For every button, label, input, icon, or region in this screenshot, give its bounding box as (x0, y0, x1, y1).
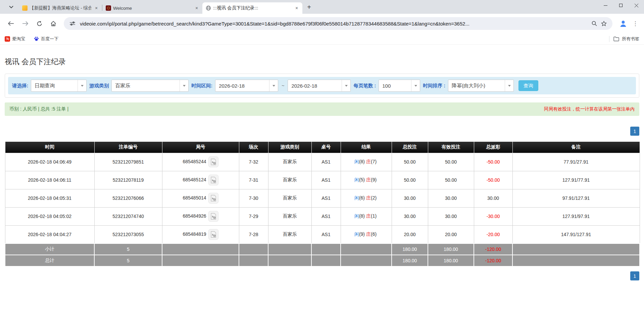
forward-icon[interactable] (19, 18, 31, 29)
page-size-select[interactable]: 100 (379, 80, 420, 92)
time-cell: 2026-02-18 04:04:27 (5, 225, 94, 243)
pagination-bottom: 1 (5, 271, 639, 280)
banker-result: 庄 (366, 195, 371, 201)
video-replay-button[interactable] (208, 211, 218, 222)
select-type-label: 请选择: (12, 83, 28, 89)
maximize-button[interactable] (613, 0, 629, 11)
tab-title: :::视讯 会员下注纪录::: (213, 5, 292, 11)
menu-dots-icon[interactable]: ⋮ (631, 19, 640, 28)
time-cell: 2026-02-18 04:05:31 (5, 189, 94, 207)
tab-welcome[interactable]: Welcome × (102, 2, 202, 14)
date-from-select[interactable]: 2026-02-18 (215, 80, 278, 92)
window-controls (598, 0, 644, 11)
video-replay-button[interactable] (208, 229, 218, 240)
tab-title: Welcome (113, 6, 192, 11)
time-sort-label: 时间排序 : (423, 83, 445, 89)
bet-id-cell: 523212078119 (94, 171, 162, 189)
round-id-cell: 685485124 (162, 171, 239, 189)
game-cell: 百家乐 (268, 225, 311, 243)
banker-score: (7) (371, 159, 378, 164)
subtotal-total-bet: 180.00 (392, 243, 428, 255)
empty-cell (311, 255, 341, 266)
player-result: 闲 (354, 195, 359, 201)
table-no-cell: AS1 (311, 171, 341, 189)
time-sort-select[interactable]: 降幂(由大到小) (448, 80, 514, 92)
notice-text: 同局有效投注，统一计算在该局第一张注单内 (544, 106, 635, 112)
tab-forum[interactable]: 【新提醒】海燕策略论坛 - 综合 × (19, 2, 102, 14)
all-bookmarks-button[interactable]: 所有书签 (622, 36, 639, 42)
url-bar[interactable]: videoie.com/ipl/portal.php/game/betrecor… (64, 17, 612, 30)
total-total-bet: 180.00 (392, 255, 428, 266)
home-icon[interactable] (48, 18, 59, 29)
result-cell: 闲(5)庄(9) (341, 171, 392, 189)
video-replay-button[interactable] (208, 193, 218, 204)
valid-bet-cell: 50.00 (428, 171, 474, 189)
pagination-top: 1 (5, 127, 639, 136)
bookmark-star-icon[interactable] (599, 19, 608, 28)
query-type-select[interactable]: 日期查询 (31, 80, 87, 92)
profile-avatar[interactable] (618, 18, 629, 29)
date-range-label: 时间区间: (191, 83, 212, 89)
tab-bet-records[interactable]: :::视讯 会员下注纪录::: × (202, 2, 302, 14)
globe-icon (206, 5, 211, 11)
close-icon[interactable]: × (93, 5, 99, 11)
back-icon[interactable] (5, 18, 17, 29)
empty-cell (239, 243, 268, 255)
chevron-down-icon (505, 80, 513, 91)
empty-cell (162, 255, 239, 266)
reload-icon[interactable] (34, 18, 45, 29)
round-id: 685484926 (183, 213, 206, 219)
new-tab-button[interactable]: + (304, 2, 314, 12)
page-1-button[interactable]: 1 (630, 271, 639, 280)
date-to-select[interactable]: 2026-02-18 (288, 80, 351, 92)
game-cell: 百家乐 (268, 153, 311, 171)
video-replay-button[interactable] (208, 175, 218, 185)
subtotal-valid-bet: 180.00 (428, 243, 474, 255)
result-cell: 闲(8)庄(7) (341, 153, 392, 171)
player-result: 闲 (354, 177, 359, 182)
close-icon[interactable]: × (194, 5, 200, 11)
minimize-button[interactable] (598, 0, 613, 11)
bookmark-baidu[interactable]: 百度一下 (34, 36, 58, 42)
round-id: 685484819 (183, 231, 206, 236)
bet-id-cell: 523212073055 (94, 225, 162, 243)
chevron-down-icon (180, 80, 188, 91)
valid-bet-cell: 20.00 (428, 225, 474, 243)
tab-search-button[interactable] (6, 2, 16, 12)
bookmark-aitaobao[interactable]: 淘 爱淘宝 (5, 36, 25, 42)
remark-cell: 127.91/77.91 (512, 171, 640, 189)
total-row: 总计 5 180.00 180.00 -120.00 (5, 255, 640, 266)
page-1-button[interactable]: 1 (630, 127, 639, 136)
navigation-bar: videoie.com/ipl/portal.php/game/betrecor… (0, 14, 644, 33)
url-text[interactable]: videoie.com/ipl/portal.php/game/betrecor… (80, 21, 590, 27)
game-cell: 百家乐 (268, 171, 311, 189)
player-result: 闲 (354, 159, 359, 164)
total-bet-cell: 30.00 (392, 189, 428, 207)
bet-records-table: 时间 注单编号 局号 场次 游戏类别 桌号 结果 总投注 有效投注 总派彩 备注… (5, 142, 640, 267)
game-type-select[interactable]: 百家乐 (111, 80, 189, 92)
date-to-value: 2026-02-18 (288, 83, 342, 89)
banker-result: 庄 (366, 213, 371, 219)
casino-favicon-icon (106, 5, 111, 11)
forum-favicon-icon (22, 5, 28, 11)
player-score: (9) (359, 231, 366, 237)
table-row: 2026-02-18 04:05:02 523212074740 6854849… (5, 207, 640, 225)
site-settings-icon[interactable] (68, 19, 77, 28)
query-type-value: 日期查询 (31, 83, 78, 89)
col-game-type: 游戏类别 (268, 142, 311, 153)
empty-cell (162, 243, 239, 255)
filter-bar: 请选择: 日期查询 游戏类别 百家乐 时间区间: 2026-02-18 ~ 20… (8, 77, 636, 94)
search-button[interactable]: 查询 (518, 80, 538, 91)
zoom-page-icon[interactable] (590, 19, 599, 28)
total-bet-cell: 50.00 (392, 153, 428, 171)
table-header-row: 时间 注单编号 局号 场次 游戏类别 桌号 结果 总投注 有效投注 总派彩 备注 (5, 142, 640, 153)
round-id: 685485014 (183, 195, 206, 201)
col-bet-id: 注单编号 (94, 142, 162, 153)
close-window-button[interactable] (629, 0, 644, 11)
table-row: 2026-02-18 04:04:27 523212073055 6854848… (5, 225, 640, 243)
result-cell: 闲(8)庄(1) (341, 207, 392, 225)
player-score: (6) (359, 195, 366, 201)
close-icon[interactable]: × (294, 5, 300, 11)
game-type-label: 游戏类别 (89, 83, 109, 89)
video-replay-button[interactable] (208, 157, 218, 167)
